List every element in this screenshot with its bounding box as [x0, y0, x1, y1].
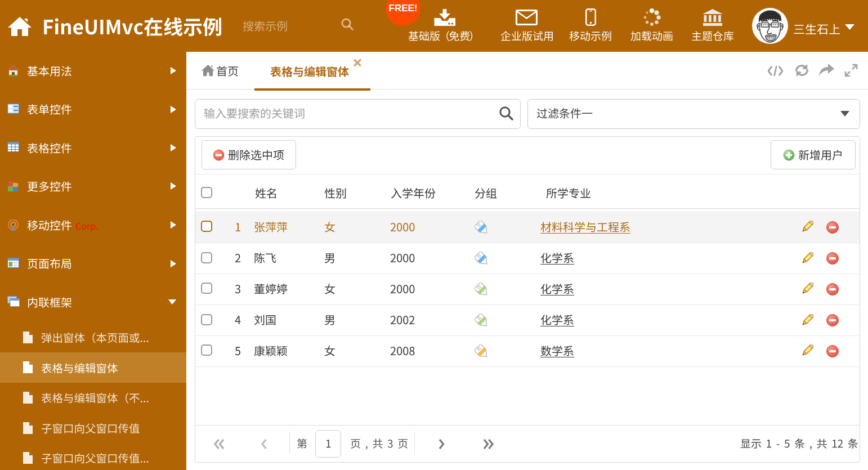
svg-text:FREE!: FREE!: [389, 3, 418, 14]
